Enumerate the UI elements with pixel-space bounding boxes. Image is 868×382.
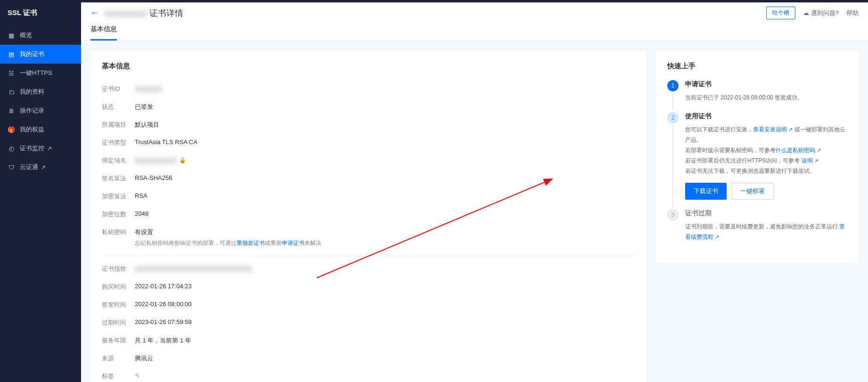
tab-basic-info[interactable]: 基本信息 [90, 19, 117, 41]
info-row-years: 服务年限 共 1 年，当前第 1 年 [102, 332, 635, 349]
step3-desc: 证书到期前，需要及时续费更新，避免影响您的业务正常运行 查看续费流程 ↗ [685, 221, 847, 242]
tabs: 基本信息 [81, 19, 868, 41]
apply-link[interactable]: 申请证书 [282, 240, 304, 246]
info-row-buy-time: 购买时间 2022-01-26 17:04:23 [102, 278, 635, 296]
label-expire-time: 过期时间 [102, 318, 135, 327]
edit-tag-icon[interactable]: ✎ [135, 372, 140, 379]
pk-password-link[interactable]: 什么是私钥密码 ↗ [776, 147, 821, 154]
help-link[interactable]: 帮助 [846, 9, 859, 17]
label-domain: 绑定域名 [102, 156, 135, 165]
shield-icon: 🛡 [8, 163, 15, 171]
value-project: 默认项目 [135, 121, 635, 129]
label-enc-algo: 加密算法 [102, 192, 135, 201]
basic-info-card: 基本信息 证书ID 状态 已签发 所属项目 默认项目 证书类型 TrustAsi… [90, 50, 647, 382]
external-link-icon: ↗ [715, 234, 719, 240]
monitor-icon: ◴ [8, 145, 15, 152]
label-pkpass: 私钥密码 [102, 228, 135, 236]
info-row-tag: 标签 ✎ [102, 367, 635, 382]
faq-label: 遇到问题? [811, 9, 839, 17]
sidebar-item-label: 概览 [20, 31, 32, 40]
quickstart-title: 快速上手 [667, 62, 847, 71]
sidebar-item-profile[interactable]: 🗀 我的资料 [0, 82, 81, 101]
step-2: 2 使用证书 您可以下载证书进行安装，查看安装说明 ↗ 或一键部署到其他云产品。… [667, 112, 847, 200]
info-row-expire-time: 过期时间 2023-01-26 07:59:59 [102, 314, 635, 332]
step3-title: 证书过期 [685, 209, 847, 218]
label-bits: 加密位数 [102, 210, 135, 219]
external-link-icon: ↗ [814, 158, 819, 163]
deploy-button[interactable]: 一键部署 [731, 183, 774, 200]
value-bits: 2048 [135, 210, 635, 217]
step-num-3: 3 [667, 209, 679, 220]
info-row-pkpass: 私钥密码 有设置 忘记私钥密码将影响证书的部署，可通过重颁发证书或重新申请证书来… [102, 223, 635, 252]
page-title: 证书详情 [105, 8, 183, 19]
lock-icon: 🔒 [179, 157, 186, 163]
label-status: 状态 [102, 103, 135, 111]
card-title: 基本信息 [102, 62, 635, 71]
info-row-domain: 绑定域名 🔒 [102, 152, 635, 170]
sidebar-item-my-certs[interactable]: ▤ 我的证书 [0, 45, 81, 64]
label-type: 证书类型 [102, 138, 135, 147]
info-row-enc-algo: 加密算法 RSA [102, 187, 635, 205]
label-years: 服务年限 [102, 336, 135, 345]
gift-icon: 🎁 [8, 126, 15, 133]
https-icon: ☱ [8, 69, 15, 77]
step2-desc: 您可以下载证书进行安装，查看安装说明 ↗ 或一键部署到其他云产品。 若部署时提示… [685, 124, 847, 176]
faq-link[interactable]: ☁ 遇到问题? [803, 9, 839, 17]
step2-title: 使用证书 [685, 112, 847, 121]
redacted-cert-id [135, 86, 162, 92]
title-suffix: 证书详情 [149, 8, 183, 18]
info-row-project: 所属项目 默认项目 [102, 116, 635, 134]
install-guide-link[interactable]: 查看安装说明 ↗ [753, 126, 793, 133]
step-num-1: 1 [667, 80, 679, 91]
sidebar-item-cloudcert[interactable]: 🛡 云证通 ↗ [0, 158, 81, 177]
step-3: 3 证书过期 证书到期前，需要及时续费更新，避免影响您的业务正常运行 查看续费流… [667, 209, 847, 242]
quickstart-card: 快速上手 1 申请证书 当前证书已于 2022-01-26 08:00:00 签… [656, 50, 859, 263]
back-button[interactable]: ← [90, 8, 99, 18]
info-row-id: 证书ID [102, 80, 635, 98]
external-link-icon: ↗ [817, 147, 821, 153]
sidebar-item-benefits[interactable]: 🎁 我的权益 [0, 120, 81, 139]
sidebar-item-label: 一键HTTPS [20, 69, 52, 77]
sidebar-item-label: 我的权益 [20, 125, 44, 134]
sidebar-item-monitor[interactable]: ◴ 证书监控 ↗ [0, 139, 81, 158]
page-header: ← 证书详情 吐个槽 ☁ 遇到问题? 帮助 [81, 3, 868, 19]
step-1: 1 申请证书 当前证书已于 2022-01-26 08:00:00 签发成功。 [667, 80, 847, 103]
label-buy-time: 购买时间 [102, 283, 135, 291]
sidebar-item-logs[interactable]: 🗎 操作记录 [0, 101, 81, 120]
log-icon: 🗎 [8, 107, 15, 114]
value-status: 已签发 [135, 103, 635, 111]
info-row-fingerprint: 证书指纹 [102, 260, 635, 278]
sidebar-item-label: 我的证书 [20, 50, 44, 58]
step-num-2: 2 [667, 112, 679, 123]
value-source: 腾讯云 [135, 354, 635, 363]
label-fingerprint: 证书指纹 [102, 265, 135, 273]
value-expire-time: 2023-01-26 07:59:59 [135, 318, 635, 325]
step1-title: 申请证书 [685, 80, 847, 89]
reissue-link[interactable]: 重颁发证书 [237, 240, 265, 246]
sidebar-item-overview[interactable]: ▦ 概览 [0, 26, 81, 45]
info-row-type: 证书类型 TrustAsia TLS RSA CA [102, 134, 635, 152]
https-help-link[interactable]: 说明 ↗ [802, 157, 819, 164]
download-cert-button[interactable]: 下载证书 [685, 183, 727, 200]
external-link-icon: ↗ [41, 164, 46, 171]
info-row-sign-algo: 签名算法 RSA-SHA256 [102, 170, 635, 187]
external-link-icon: ↗ [788, 127, 793, 132]
info-row-issue-time: 签发时间 2022-01-26 08:00:00 [102, 296, 635, 314]
label-source: 来源 [102, 354, 135, 363]
info-row-status: 状态 已签发 [102, 98, 635, 116]
folder-icon: 🗀 [8, 88, 15, 96]
value-sign-algo: RSA-SHA256 [135, 174, 635, 181]
feedback-button[interactable]: 吐个槽 [766, 7, 795, 19]
value-type: TrustAsia TLS RSA CA [135, 138, 635, 146]
sidebar-item-label: 我的资料 [20, 88, 44, 96]
cloud-icon: ☁ [803, 9, 809, 16]
sidebar-item-https[interactable]: ☱ 一键HTTPS [0, 64, 81, 82]
external-link-icon: ↗ [47, 145, 52, 152]
doc-icon: ▤ [8, 50, 15, 58]
label-issue-time: 签发时间 [102, 301, 135, 309]
value-enc-algo: RSA [135, 192, 635, 199]
redacted-text [105, 10, 147, 17]
sidebar-item-label: 证书监控 [20, 144, 44, 153]
info-row-source: 来源 腾讯云 [102, 349, 635, 367]
main-content: ← 证书详情 吐个槽 ☁ 遇到问题? 帮助 基本信息 基本信息 [81, 0, 868, 382]
